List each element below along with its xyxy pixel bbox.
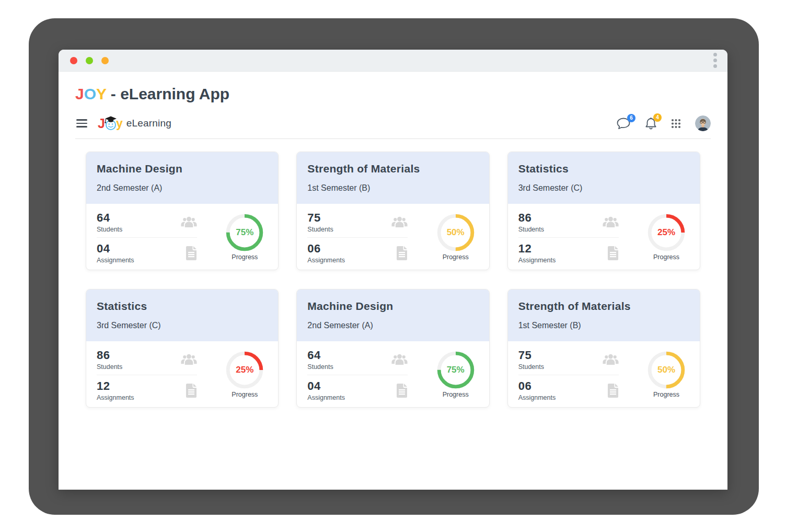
course-card-strength-materials-1[interactable]: Strength of Materials 1st Semester (B) 7… — [296, 152, 489, 270]
students-label: Students — [97, 363, 122, 371]
progress-label: Progress — [232, 391, 258, 398]
stat-divider — [97, 237, 197, 238]
course-title: Statistics — [97, 300, 268, 313]
progress-indicator: 25% Progress — [648, 214, 685, 264]
progress-ring: 75% — [226, 214, 263, 251]
course-semester: 3rd Semester (C) — [97, 321, 268, 330]
assignments-icon — [396, 246, 408, 260]
course-card-body: 64 Students — [86, 204, 278, 264]
messages-button[interactable]: 6 — [617, 118, 631, 130]
students-icon — [181, 353, 197, 366]
course-stats: 86 Students — [518, 211, 619, 264]
course-card-machine-design-2[interactable]: Machine Design 2nd Semester (A) 64 Stude… — [296, 289, 489, 408]
students-icon — [603, 216, 619, 228]
logo-brand-text: eLearning — [126, 118, 171, 129]
course-card-header: Machine Design 2nd Semester (A) — [297, 290, 489, 341]
progress-ring: 75% — [437, 351, 475, 389]
app-window: JOY - eLearning App J — [59, 50, 727, 490]
course-card-body: 86 Students — [508, 204, 700, 264]
stat-divider — [307, 375, 408, 375]
progress-percent: 75% — [226, 214, 263, 251]
course-title: Machine Design — [97, 163, 268, 175]
assignments-label: Assignments — [97, 257, 134, 264]
logo-letter-y: y — [116, 117, 123, 131]
progress-label: Progress — [443, 391, 469, 398]
navbar: J y eL — [75, 115, 711, 139]
app-logo[interactable]: J y eL — [98, 115, 171, 131]
window-content: JOY - eLearning App J — [59, 85, 727, 408]
assignments-count: 12 — [518, 242, 556, 256]
apps-grid-button[interactable] — [671, 119, 681, 129]
user-avatar[interactable] — [695, 115, 711, 131]
assignments-count: 12 — [97, 379, 134, 393]
assignments-label: Assignments — [307, 394, 345, 401]
course-semester: 3rd Semester (C) — [518, 183, 689, 193]
notifications-button[interactable]: 4 — [645, 117, 657, 130]
window-backdrop: JOY - eLearning App J — [29, 18, 759, 515]
course-card-body: 75 Students — [508, 341, 700, 401]
progress-percent: 75% — [437, 351, 475, 389]
avatar-photo — [695, 115, 711, 131]
progress-percent: 50% — [437, 214, 475, 251]
course-card-header: Strength of Materials 1st Semester (B) — [297, 152, 489, 204]
progress-indicator: 25% Progress — [226, 351, 263, 401]
course-card-machine-design-1[interactable]: Machine Design 2nd Semester (A) 64 Stude… — [86, 152, 279, 270]
assignments-stat: 12 Assignments — [97, 379, 197, 401]
course-card-statistics-2[interactable]: Statistics 3rd Semester (C) 86 Students — [86, 289, 279, 408]
window-minimize-button[interactable] — [86, 57, 93, 64]
messages-badge: 6 — [627, 114, 635, 122]
stat-divider — [518, 375, 619, 375]
students-label: Students — [307, 363, 333, 371]
assignments-icon — [396, 384, 408, 398]
assignments-icon — [186, 384, 197, 398]
assignments-count: 06 — [307, 242, 345, 256]
window-close-button[interactable] — [70, 57, 77, 64]
students-label: Students — [97, 226, 122, 233]
window-maximize-button[interactable] — [101, 57, 109, 64]
students-icon — [181, 216, 197, 228]
course-title: Machine Design — [307, 300, 478, 313]
title-letter-o: O — [84, 85, 96, 102]
progress-percent: 25% — [226, 351, 263, 389]
assignments-stat: 06 Assignments — [518, 379, 619, 401]
assignments-icon — [186, 246, 197, 260]
students-icon — [391, 353, 408, 366]
title-rest: - eLearning App — [107, 85, 230, 102]
progress-label: Progress — [232, 253, 258, 261]
notifications-badge: 4 — [653, 113, 662, 122]
traffic-lights — [70, 57, 109, 64]
students-count: 64 — [97, 211, 122, 225]
course-title: Statistics — [518, 163, 689, 175]
course-card-header: Statistics 3rd Semester (C) — [86, 290, 278, 341]
course-semester: 1st Semester (B) — [307, 183, 478, 193]
progress-ring: 50% — [648, 351, 685, 389]
window-kebab-menu-icon[interactable] — [711, 51, 719, 70]
progress-percent: 25% — [648, 214, 685, 251]
students-stat: 75 Students — [518, 349, 619, 371]
students-icon — [603, 353, 619, 366]
students-stat: 64 Students — [97, 211, 197, 233]
navbar-right: 6 4 — [617, 115, 711, 131]
assignments-stat: 06 Assignments — [307, 242, 408, 264]
hamburger-menu-icon[interactable] — [75, 118, 88, 129]
course-card-header: Statistics 3rd Semester (C) — [508, 152, 700, 204]
course-stats: 64 Students — [97, 211, 197, 264]
course-card-statistics-1[interactable]: Statistics 3rd Semester (C) 86 Students — [507, 152, 700, 270]
page: JOY - eLearning App J — [0, 0, 786, 532]
course-card-strength-materials-2[interactable]: Strength of Materials 1st Semester (B) 7… — [507, 289, 700, 408]
course-stats: 75 Students — [307, 211, 408, 264]
students-count: 75 — [307, 211, 333, 225]
course-card-body: 64 Students — [297, 341, 489, 401]
course-stats: 64 Students — [307, 349, 408, 401]
course-cards-grid: Machine Design 2nd Semester (A) 64 Stude… — [75, 152, 711, 408]
course-card-header: Machine Design 2nd Semester (A) — [86, 152, 278, 204]
course-semester: 2nd Semester (A) — [97, 183, 268, 193]
students-label: Students — [518, 226, 544, 233]
progress-ring: 25% — [226, 351, 263, 389]
progress-label: Progress — [653, 391, 679, 398]
assignments-stat: 12 Assignments — [518, 242, 619, 264]
assignments-label: Assignments — [518, 257, 556, 264]
assignments-label: Assignments — [307, 257, 345, 264]
apps-grid-icon — [671, 119, 681, 129]
course-title: Strength of Materials — [307, 163, 478, 175]
